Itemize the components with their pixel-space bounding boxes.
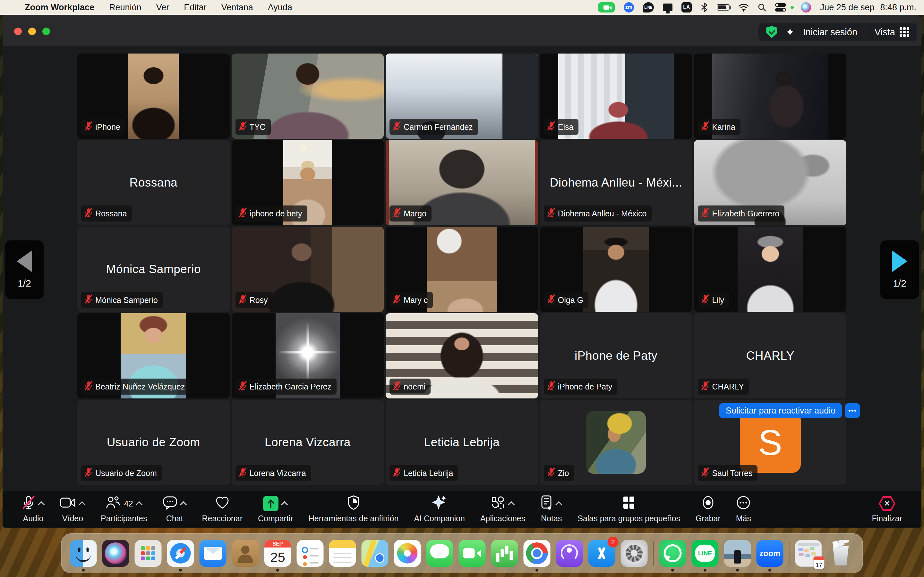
dock-zoom[interactable]: zoom	[756, 540, 783, 567]
chat-button[interactable]: Chat	[155, 491, 194, 528]
participant-tile[interactable]: Leticia LebrijaLeticia Lebrija	[386, 400, 538, 485]
minimize-window-button[interactable]	[28, 27, 36, 35]
participant-tile[interactable]: iphone de bety	[232, 140, 384, 226]
participant-tile[interactable]: noemi	[386, 313, 538, 398]
host-tools-button[interactable]: Herramientas de anfitrión	[301, 491, 407, 528]
participants-options-caret[interactable]	[136, 501, 142, 508]
dock-finder[interactable]	[70, 540, 97, 567]
participant-tile[interactable]: Mónica SamperioMónica Samperio	[78, 227, 230, 312]
close-window-button[interactable]	[14, 27, 22, 35]
dock-reminders[interactable]	[297, 540, 324, 567]
gallery-prev-page-button[interactable]: 1/2	[5, 240, 44, 299]
display-menubar-icon[interactable]	[661, 0, 674, 15]
line-menubar-icon[interactable]: LINE	[641, 0, 656, 15]
menu-reunion[interactable]: Reunión	[102, 0, 149, 15]
dock-whatsapp[interactable]	[659, 540, 686, 567]
security-shield-icon[interactable]	[766, 26, 777, 38]
menu-ayuda[interactable]: Ayuda	[260, 0, 300, 15]
share-screen-button[interactable]: Compartir	[250, 491, 301, 528]
menu-ventana[interactable]: Ventana	[214, 0, 260, 15]
dock-chrome[interactable]	[523, 540, 551, 567]
dock-minimized-window[interactable]: 17	[795, 540, 822, 567]
video-button[interactable]: Vídeo	[52, 491, 93, 528]
dock-notes[interactable]	[329, 540, 356, 567]
participant-tile[interactable]: RossanaRossana	[78, 140, 230, 226]
spotlight-search-icon[interactable]	[756, 0, 768, 15]
dock-calendar[interactable]: SEP25	[264, 540, 291, 567]
participant-tile[interactable]: Carmen Fernández	[386, 53, 538, 139]
menu-ver[interactable]: Ver	[149, 0, 177, 15]
participant-tile[interactable]: Margo	[386, 140, 538, 226]
video-options-caret[interactable]	[79, 501, 86, 508]
participant-tile[interactable]: Lorena VizcarraLorena Vizcarra	[232, 400, 384, 485]
fullscreen-window-button[interactable]	[42, 27, 50, 35]
participant-tile[interactable]: iPhone de PatyiPhone de Paty	[540, 313, 692, 398]
wifi-icon[interactable]	[737, 0, 751, 15]
ai-companion-sparkle-icon[interactable]: ✦	[785, 26, 795, 39]
dock-system-settings[interactable]	[621, 540, 648, 567]
input-source-icon[interactable]: LA	[680, 0, 694, 15]
participant-tile[interactable]: Usuario de ZoomUsuario de Zoom	[78, 400, 230, 485]
participant-tile[interactable]: Mary c	[386, 227, 538, 312]
dock-facetime[interactable]	[459, 540, 486, 567]
dock-mail[interactable]	[200, 540, 226, 567]
zoom-menubar-icon[interactable]: zm	[622, 0, 636, 15]
dock-photo-file[interactable]	[724, 540, 751, 567]
dock-photos[interactable]	[394, 540, 421, 567]
breakout-rooms-button[interactable]: Salas para grupos pequeños	[570, 491, 688, 528]
participant-tile[interactable]: Rosy	[232, 227, 384, 312]
participant-tile[interactable]: iPhone	[78, 53, 230, 139]
participant-tile[interactable]: Diohema Anlleu - Méxi...Diohema Anlleu -…	[540, 140, 692, 226]
participant-tile[interactable]: Olga G	[540, 227, 692, 312]
notes-button[interactable]: Notas	[533, 491, 570, 528]
dock-maps[interactable]	[362, 540, 389, 567]
apple-menu-icon[interactable]	[11, 0, 17, 15]
audio-options-caret[interactable]	[38, 501, 45, 508]
chat-options-caret[interactable]	[180, 501, 187, 508]
dock-safari[interactable]	[167, 540, 194, 567]
participants-button[interactable]: 42 Participantes	[93, 491, 155, 528]
dock-numbers[interactable]	[491, 540, 518, 567]
participant-tile[interactable]: Elizabeth Garcia Perez	[232, 313, 384, 398]
participant-tile[interactable]: Elsa	[540, 53, 692, 139]
menubar-clock[interactable]: Jue 25 de sep 8:48 p.m.	[818, 3, 916, 13]
dock-line[interactable]: LINE	[692, 540, 719, 567]
dock-contacts[interactable]	[232, 540, 259, 567]
menu-app-name[interactable]: Zoom Workplace	[17, 0, 102, 15]
apps-options-caret[interactable]	[508, 501, 515, 508]
participant-tile[interactable]: Lily	[694, 227, 846, 312]
signin-button[interactable]: Iniciar sesión	[803, 27, 857, 37]
share-options-caret[interactable]	[281, 501, 288, 508]
control-center-icon[interactable]	[773, 0, 788, 15]
record-button[interactable]: Grabar	[688, 491, 728, 528]
gallery-next-page-button[interactable]: 1/2	[880, 240, 919, 299]
react-button[interactable]: Reaccionar	[194, 491, 250, 528]
dock-launchpad[interactable]	[135, 540, 162, 567]
menu-editar[interactable]: Editar	[176, 0, 214, 15]
participant-tile[interactable]: TYC	[232, 53, 384, 139]
notes-options-caret[interactable]	[556, 501, 562, 508]
bluetooth-icon[interactable]	[699, 0, 710, 15]
participant-tile[interactable]: Zio	[540, 400, 692, 485]
view-button[interactable]: Vista	[875, 27, 909, 37]
participant-tile[interactable]: Elizabeth Guerrero	[694, 140, 846, 226]
end-meeting-button[interactable]: ✕ Finalizar	[864, 491, 910, 528]
apps-button[interactable]: Aplicaciones	[473, 491, 533, 528]
audio-button[interactable]: Audio	[14, 491, 52, 528]
camera-in-use-indicator[interactable]	[596, 0, 617, 15]
dock-siri[interactable]	[102, 540, 129, 567]
dock-messages[interactable]	[426, 540, 453, 567]
request-unmute-button[interactable]: Solicitar para reactivar audio	[719, 403, 842, 418]
dock-podcasts[interactable]	[556, 540, 583, 567]
dock-trash[interactable]	[827, 540, 855, 567]
participant-tile[interactable]: Beatriz Nuñez Velázquez	[78, 313, 230, 398]
siri-icon[interactable]	[799, 0, 813, 15]
unmute-more-options-button[interactable]: •••	[845, 403, 860, 418]
battery-icon[interactable]	[715, 0, 732, 15]
more-button[interactable]: Más	[728, 491, 759, 528]
dock-app-store[interactable]: 2	[588, 540, 615, 567]
window-titlebar[interactable]: ✦ Iniciar sesión Vista	[3, 15, 921, 46]
ai-companion-button[interactable]: AI Companion	[406, 491, 472, 528]
participant-tile[interactable]: Karina	[694, 53, 846, 139]
participant-tile[interactable]: CHARLYCHARLY	[694, 313, 846, 398]
